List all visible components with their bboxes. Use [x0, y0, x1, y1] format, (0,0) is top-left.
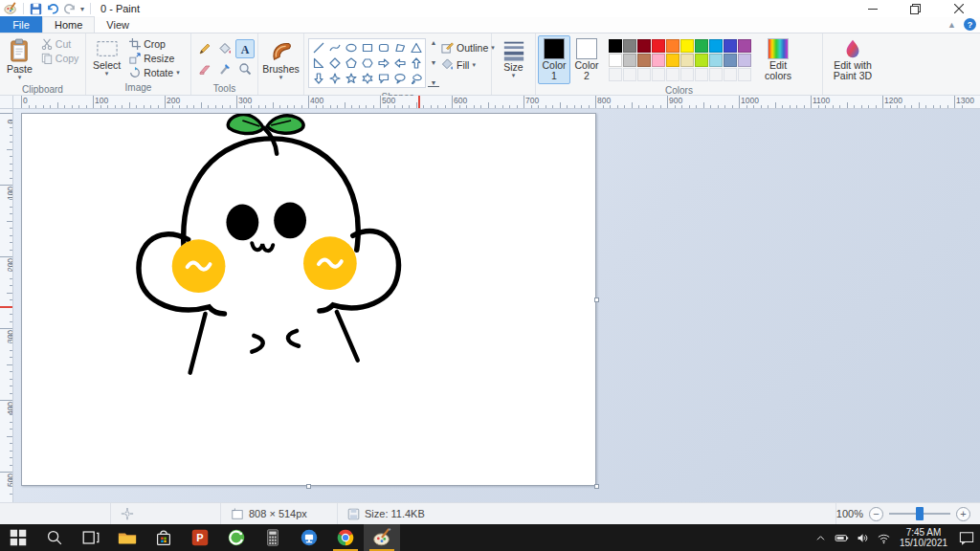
taskbar-powerpoint-icon[interactable]: P: [182, 524, 218, 551]
drawing-canvas[interactable]: [21, 113, 596, 486]
copy-button[interactable]: Copy: [39, 53, 81, 64]
palette-swatch[interactable]: [623, 54, 636, 67]
shape-line-icon[interactable]: [310, 40, 326, 55]
palette-empty-slot[interactable]: [609, 68, 622, 81]
tray-battery-icon[interactable]: [831, 524, 852, 551]
taskbar-file-explorer-icon[interactable]: [109, 524, 145, 551]
shape-left-arrow-icon[interactable]: [391, 55, 408, 71]
shape-oval-callout-icon[interactable]: [391, 71, 408, 86]
shape-hexagon-icon[interactable]: [359, 55, 375, 71]
shape-four-point-star-icon[interactable]: [326, 71, 343, 86]
redo-button[interactable]: [63, 3, 77, 15]
shape-down-arrow-icon[interactable]: [310, 71, 326, 86]
shapes-scroll-down-icon[interactable]: ▼: [428, 59, 439, 66]
palette-swatch[interactable]: [637, 54, 651, 67]
palette-empty-slot[interactable]: [709, 68, 723, 81]
shape-ellipse-icon[interactable]: [343, 40, 359, 55]
size-button[interactable]: Size▾: [498, 35, 530, 81]
qat-customize-button[interactable]: ▾: [80, 5, 84, 13]
shapes-scroll-up-icon[interactable]: ▲: [428, 39, 439, 46]
save-button[interactable]: [30, 3, 42, 15]
resize-button[interactable]: Resize: [127, 53, 181, 64]
palette-swatch[interactable]: [724, 54, 737, 67]
shape-polygon-icon[interactable]: [391, 40, 408, 55]
shapes-more-icon[interactable]: ▼: [428, 79, 439, 87]
color-picker-tool[interactable]: [215, 59, 234, 78]
taskbar-green-media-app-icon[interactable]: [218, 524, 255, 551]
palette-swatch[interactable]: [709, 39, 723, 53]
fill-bucket-tool[interactable]: [215, 39, 234, 58]
paste-button[interactable]: Paste▾: [2, 35, 37, 83]
shape-rectangle-icon[interactable]: [359, 40, 375, 55]
palette-swatch[interactable]: [652, 39, 665, 53]
taskbar-blue-screen-app-icon[interactable]: [291, 524, 327, 551]
taskbar-start-icon[interactable]: [0, 524, 36, 551]
fill-button[interactable]: Fill▾: [441, 58, 495, 71]
color2-button[interactable]: Color 2: [570, 35, 603, 84]
shape-up-arrow-icon[interactable]: [408, 55, 424, 71]
palette-swatch[interactable]: [623, 39, 636, 53]
palette-empty-slot[interactable]: [695, 68, 708, 81]
palette-swatch[interactable]: [738, 54, 751, 67]
palette-swatch[interactable]: [724, 39, 737, 53]
palette-swatch[interactable]: [680, 39, 694, 53]
shape-rounded-rectangle-icon[interactable]: [375, 40, 391, 55]
restore-button[interactable]: [894, 0, 937, 17]
shape-five-point-star-icon[interactable]: [343, 71, 359, 86]
palette-swatch[interactable]: [637, 39, 651, 53]
tray-chevron-up-icon[interactable]: [810, 524, 831, 551]
close-button[interactable]: [937, 0, 980, 17]
taskbar-microsoft-store-icon[interactable]: [145, 524, 182, 551]
canvas-resize-handle-right[interactable]: [594, 298, 599, 302]
taskbar-chrome-icon[interactable]: [327, 524, 364, 551]
taskbar-clock[interactable]: 7:45 AM 15/10/2021: [894, 527, 953, 548]
undo-button[interactable]: [46, 3, 59, 15]
shape-cloud-callout-icon[interactable]: [408, 71, 424, 86]
shape-right-triangle-icon[interactable]: [310, 55, 326, 71]
canvas-resize-handle-bottom[interactable]: [306, 484, 311, 489]
help-icon[interactable]: ?: [964, 18, 976, 31]
palette-empty-slot[interactable]: [652, 68, 665, 81]
palette-swatch[interactable]: [652, 54, 665, 67]
shape-diamond-icon[interactable]: [326, 55, 343, 71]
palette-swatch[interactable]: [609, 39, 622, 53]
crop-button[interactable]: Crop: [127, 38, 181, 50]
zoom-out-button[interactable]: −: [869, 507, 883, 521]
edit-colors-button[interactable]: Edit colors: [755, 35, 801, 84]
palette-empty-slot[interactable]: [680, 68, 694, 81]
shape-curve-icon[interactable]: [326, 40, 343, 55]
action-center-icon[interactable]: [953, 524, 980, 551]
shape-six-point-star-icon[interactable]: [359, 71, 375, 86]
taskbar-task-view-icon[interactable]: [73, 524, 109, 551]
collapse-ribbon-icon[interactable]: ▲: [947, 20, 956, 30]
minimize-button[interactable]: [851, 0, 894, 17]
canvas-resize-handle-corner[interactable]: [594, 484, 599, 489]
text-tool[interactable]: A: [235, 39, 255, 58]
palette-empty-slot[interactable]: [666, 68, 679, 81]
palette-empty-slot[interactable]: [738, 68, 751, 81]
tab-file[interactable]: File: [0, 16, 42, 33]
shape-rounded-callout-icon[interactable]: [375, 71, 391, 86]
color1-button[interactable]: Color 1: [538, 35, 570, 84]
taskbar-calculator-icon[interactable]: [255, 524, 291, 551]
tab-view[interactable]: View: [95, 16, 141, 33]
palette-swatch[interactable]: [695, 54, 708, 67]
pencil-tool[interactable]: [195, 39, 214, 58]
taskbar-paint-icon[interactable]: [364, 524, 400, 551]
palette-swatch[interactable]: [680, 54, 694, 67]
cut-button[interactable]: Cut: [39, 38, 81, 50]
magnifier-tool[interactable]: [235, 59, 255, 78]
shape-pentagon-icon[interactable]: [343, 55, 359, 71]
shape-right-arrow-icon[interactable]: [375, 55, 391, 71]
select-button[interactable]: Select▾: [88, 35, 125, 79]
palette-swatch[interactable]: [666, 54, 679, 67]
palette-swatch[interactable]: [709, 54, 723, 67]
rotate-button[interactable]: Rotate▾: [127, 67, 181, 78]
palette-swatch[interactable]: [738, 39, 751, 53]
palette-empty-slot[interactable]: [623, 68, 636, 81]
zoom-slider-thumb[interactable]: [916, 507, 924, 520]
tab-home[interactable]: Home: [42, 16, 95, 33]
tray-volume-icon[interactable]: [852, 524, 873, 551]
zoom-slider[interactable]: [889, 513, 950, 515]
eraser-tool[interactable]: [195, 59, 214, 78]
